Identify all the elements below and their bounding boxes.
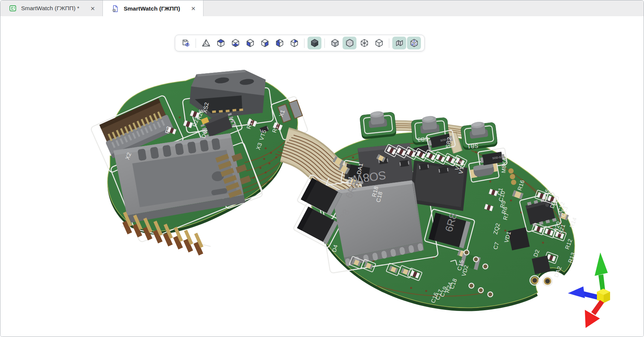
wireframe-cube-icon: [359, 38, 369, 48]
orientation-gizmo[interactable]: [568, 252, 610, 328]
flex-bend-icon: [395, 38, 404, 48]
viewport-3d[interactable]: XS2R25R23D6R2X1R17R19VT5X3X2: [0, 16, 644, 337]
view-bottom-button[interactable]: [228, 37, 242, 49]
silkscreen-label: SB3: [417, 136, 429, 143]
pcb-document-icon: [9, 4, 17, 12]
right-view-cube-icon: [260, 38, 270, 48]
silkscreen-label: SB1: [467, 143, 479, 150]
view-back-button[interactable]: [287, 37, 301, 49]
y-axis-arrow-head: [595, 252, 608, 276]
top-view-cube-icon: [216, 38, 226, 48]
components-box-button[interactable]: [372, 37, 386, 49]
view-isometric-button[interactable]: [199, 37, 213, 49]
assembly-3d-document-icon: [111, 5, 119, 13]
display-solid-button[interactable]: [307, 37, 321, 49]
silkscreen-label: R14: [568, 216, 578, 229]
board-opaque-button[interactable]: [328, 37, 342, 49]
toolbar-separator: [196, 38, 196, 48]
toolbar-separator: [389, 38, 389, 48]
show-designators-button[interactable]: A B C: [407, 37, 421, 49]
view-toolbar: A B C: [175, 35, 425, 51]
toolbar-separator: [324, 38, 325, 48]
view-right-button[interactable]: [258, 37, 272, 49]
opaque-cube-icon: [330, 38, 340, 48]
isometric-view-icon: [201, 38, 211, 48]
view-left-button[interactable]: [243, 37, 257, 49]
app-window: SmartWatch (ГЖПП) * ✕ SmartWatch (ГЖПП) …: [0, 0, 644, 337]
box-cube-icon: [374, 38, 384, 48]
z-axis-arrow-head: [568, 286, 585, 298]
flex-bend-button[interactable]: [392, 37, 406, 49]
svg-text:B: B: [411, 43, 413, 46]
left-view-cube-icon: [245, 38, 255, 48]
components-wireframe-button[interactable]: [357, 37, 371, 49]
svg-text:A: A: [413, 40, 415, 42]
tab-bar: SmartWatch (ГЖПП) * ✕ SmartWatch (ГЖПП) …: [0, 0, 644, 17]
front-view-cube-icon: [275, 38, 285, 48]
tab-smartwatch-pcb[interactable]: SmartWatch (ГЖПП) * ✕: [0, 0, 102, 16]
save-view-button[interactable]: [179, 37, 193, 49]
bottom-view-cube-icon: [231, 38, 240, 48]
tab-smartwatch-3d[interactable]: SmartWatch (ГЖПП) ✕: [102, 0, 203, 17]
save-icon: [181, 38, 190, 48]
pcb-3d-scene: XS2R25R23D6R2X1R17R19VT5X3X2: [0, 16, 644, 337]
solid-cube-icon: [310, 38, 320, 48]
view-front-button[interactable]: [272, 37, 286, 49]
left-board[interactable]: XS2R25R23D6R2X1R17R19VT5X3X2: [90, 70, 308, 255]
tab-close-icon[interactable]: ✕: [89, 5, 97, 12]
realistic-cube-icon: [345, 38, 355, 48]
back-view-cube-icon: [289, 38, 299, 48]
tab-label: SmartWatch (ГЖПП): [124, 5, 180, 12]
board-realistic-button[interactable]: [343, 37, 356, 49]
x-axis-arrow[interactable]: [591, 300, 604, 315]
designators-cube-icon: A B C: [409, 38, 419, 48]
svg-text:C: C: [415, 43, 417, 46]
tab-close-icon[interactable]: ✕: [190, 5, 197, 12]
toolbar-separator: [304, 38, 304, 48]
view-top-button[interactable]: [214, 37, 228, 49]
tab-label: SmartWatch (ГЖПП) *: [21, 5, 80, 12]
